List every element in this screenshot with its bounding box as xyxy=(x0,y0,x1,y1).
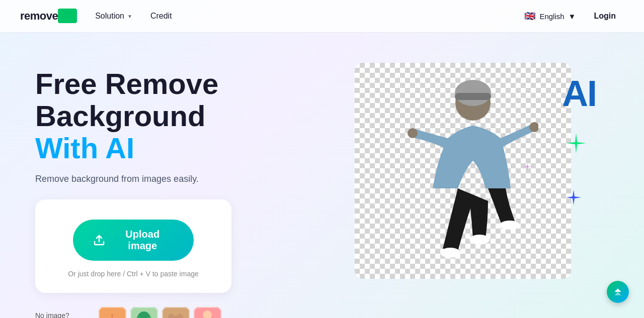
hero-title: Free Remove Background With AI xyxy=(35,68,287,164)
ai-label: AI xyxy=(562,73,596,114)
upload-card: Upload image Or just drop here / Ctrl + … xyxy=(35,199,231,293)
logo-bg-badge: bg xyxy=(58,9,77,23)
solution-chevron-icon: ▼ xyxy=(127,14,132,19)
flag-icon: 🇬🇧 xyxy=(524,11,535,22)
login-button[interactable]: Login xyxy=(586,8,624,25)
svg-rect-7 xyxy=(130,307,158,318)
logo-remove-text: removebg xyxy=(20,10,77,23)
scroll-to-top-button[interactable] xyxy=(607,281,629,303)
solution-nav-link[interactable]: Solution ▼ xyxy=(95,12,132,21)
svg-point-26 xyxy=(408,128,418,138)
svg-point-28 xyxy=(440,248,460,258)
nav-left: removebg Solution ▼ Credit xyxy=(20,10,172,23)
svg-point-2 xyxy=(105,314,119,318)
paste-hint: Or just drop here / Ctrl + V to paste im… xyxy=(50,270,216,278)
logo[interactable]: removebg xyxy=(20,10,77,23)
credit-label: Credit xyxy=(150,12,172,21)
sample-plant[interactable] xyxy=(130,307,158,318)
svg-point-9 xyxy=(137,311,151,318)
navbar: removebg Solution ▼ Credit 🇬🇧 English ▼ … xyxy=(0,0,644,33)
hero-title-line1: Free Remove xyxy=(35,67,218,100)
svg-rect-19 xyxy=(194,307,221,318)
svg-rect-12 xyxy=(162,307,190,318)
svg-point-4 xyxy=(113,313,119,318)
hero-image-container: AI xyxy=(355,63,571,279)
hero-title-line3: With AI xyxy=(35,132,134,164)
svg-point-20 xyxy=(203,310,212,318)
upload-button[interactable]: Upload image xyxy=(73,220,194,261)
svg-point-15 xyxy=(177,313,183,318)
svg-point-3 xyxy=(106,313,112,318)
hero-image-box xyxy=(355,63,571,279)
svg-point-14 xyxy=(168,313,174,318)
hero-person-figure xyxy=(387,68,538,279)
sample-section: No image? Try one of these xyxy=(35,307,287,318)
main-content: Free Remove Background With AI Remove ba… xyxy=(0,33,644,318)
no-image-label: No image? Try one of these xyxy=(35,311,91,318)
sparkle-purple-icon xyxy=(524,163,531,172)
svg-point-30 xyxy=(500,221,520,230)
lang-chevron-icon: ▼ xyxy=(569,12,576,21)
sample-images xyxy=(99,307,221,318)
sample-dog[interactable] xyxy=(162,307,190,318)
language-selector[interactable]: 🇬🇧 English ▼ xyxy=(524,11,576,22)
svg-rect-25 xyxy=(455,93,491,100)
language-label: English xyxy=(539,12,564,21)
nav-right: 🇬🇧 English ▼ Login xyxy=(524,8,624,25)
credit-nav-link[interactable]: Credit xyxy=(150,12,172,21)
left-section: Free Remove Background With AI Remove ba… xyxy=(35,63,287,318)
svg-rect-1 xyxy=(99,307,126,318)
sparkle-blue-icon xyxy=(566,190,581,208)
sample-person[interactable] xyxy=(194,307,221,318)
right-section: AI xyxy=(317,63,609,279)
sample-cat[interactable] xyxy=(99,307,126,318)
hero-subtitle: Remove background from images easily. xyxy=(35,174,287,184)
hero-title-line2: Background xyxy=(35,99,205,132)
svg-point-29 xyxy=(469,235,490,245)
svg-point-13 xyxy=(168,315,183,318)
upload-icon xyxy=(93,234,105,247)
upload-button-label: Upload image xyxy=(111,229,174,252)
sparkle-green-icon xyxy=(566,133,586,158)
no-image-line1: No image? xyxy=(35,311,69,318)
solution-label: Solution xyxy=(95,12,124,21)
